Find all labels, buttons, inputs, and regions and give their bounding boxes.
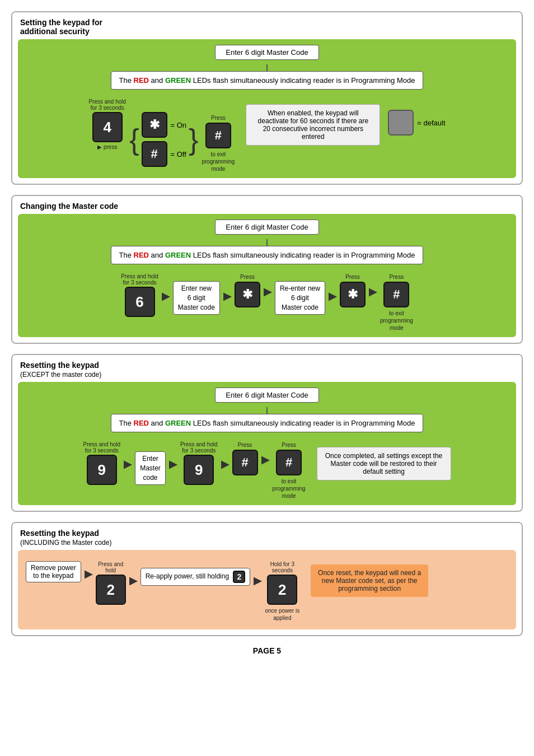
sec2-exit-label: to exit programming mode (380, 310, 413, 332)
connector1 (266, 64, 268, 71)
green-text-1: GREEN (165, 76, 191, 85)
section-change-master: Changing the Master code Enter 6 digit M… (11, 195, 523, 344)
reenter-label: Re-enter new 6 digit Master code (275, 281, 325, 315)
green-text-2: GREEN (165, 251, 191, 259)
arrow-s3-4: ▶ (261, 454, 269, 466)
star-1-btn: ✱ (235, 282, 260, 307)
remove-power-label: Remove power to the keypad (26, 561, 81, 582)
key-2-btn1: 2 (96, 575, 126, 605)
enter-new-label: Enter new 6 digit Master code (173, 281, 220, 315)
section4-subtitle: (INCLUDING the Master code) (20, 539, 111, 547)
section2-inner: Enter 6 digit Master Code The RED and GR… (24, 220, 510, 332)
section3-green: Enter 6 digit Master Code The RED and GR… (18, 382, 516, 505)
section4-orange: Remove power to the keypad ▶ Press and h… (18, 550, 516, 629)
section2-title: Changing the Master code (20, 202, 118, 211)
arrow-s3-2: ▶ (169, 458, 177, 470)
star-on-btn: ✱ (142, 112, 167, 138)
sec2-press3: Press (390, 273, 404, 281)
sec4-ph1: Press and hold 2 (96, 561, 126, 605)
sec3-result: Once completed, all settings except the … (317, 447, 451, 480)
press2-area: Press # to exit programming mode (202, 114, 235, 172)
section4-header: Resetting the keypad (INCLUDING the Mast… (12, 523, 522, 550)
enter-new-6: Enter new 6 digit Master code (173, 281, 220, 315)
page-number: PAGE 5 (11, 646, 523, 655)
enter-master-label: Enter Master code (135, 451, 166, 485)
section2-green: Enter 6 digit Master Code The RED and GR… (18, 214, 516, 337)
when-enabled-box: When enabled, the keypad will deactivate… (246, 104, 380, 146)
arrow-2: ▶ (223, 290, 231, 302)
section3-enter-code: Enter 6 digit Master Code (215, 388, 318, 403)
section3-inner: Enter 6 digit Master Code The RED and GR… (24, 388, 510, 500)
press-hold-label1: Press and hold for 3 seconds (88, 99, 126, 111)
hash-exit-btn: # (383, 282, 409, 307)
connector2 (266, 239, 268, 246)
hash-press-btn: # (205, 123, 231, 148)
section2-flow: Press and hold for 3 seconds 6 ▶ Enter n… (115, 273, 419, 332)
section1-title2: additional security (20, 27, 90, 36)
section3-subtitle: (EXCEPT the master code) (20, 371, 101, 379)
section2-enter-code: Enter 6 digit Master Code (215, 220, 318, 235)
green-text-3: GREEN (165, 419, 191, 427)
sec3-ph1: Press and hold for 3 seconds 9 (83, 441, 120, 485)
once-power-label: once power is applied (265, 607, 299, 622)
sec3-press2: Press (282, 441, 296, 449)
reapply-key2: 2 (233, 571, 245, 583)
enter-master-code: Enter Master code (135, 451, 166, 485)
sec2-star2: Press ✱ (340, 273, 366, 307)
arrow-4: ▶ (329, 290, 336, 302)
star-2-btn: ✱ (340, 282, 366, 307)
sec4-result: Once reset, the keypad will need a new M… (311, 564, 428, 597)
close-brace: } (189, 125, 198, 154)
sec3-ph2: Press and hold for 3 seconds 9 (180, 441, 218, 485)
connector3 (266, 407, 268, 414)
section1-enter-code: Enter 6 digit Master Code (215, 45, 318, 60)
key-4-btn: 4 (92, 112, 123, 142)
arrow-s4-1: ▶ (85, 568, 92, 580)
open-brace: { (129, 125, 139, 154)
sec4-result-box: Once reset, the keypad will need a new M… (311, 564, 428, 597)
section2-header: Changing the Master code (12, 196, 522, 214)
sec2-ph-label: Press and hold for 3 seconds (121, 273, 158, 286)
sec4-hold3s-label: Hold for 3 seconds (270, 561, 294, 573)
arrow-5: ▶ (369, 286, 377, 298)
on-off-col: ✱ = On # = Off (142, 112, 187, 167)
sec2-key6: Press and hold for 3 seconds 6 (121, 273, 158, 317)
sec3-ph2-label: Press and hold for 3 seconds (180, 441, 218, 454)
sec3-hash2: Press # to exit programming mode (273, 441, 306, 500)
section1-header: Setting the keypad for additional securi… (12, 12, 522, 39)
default-label: = default (417, 119, 445, 127)
sec4-ph2: Hold for 3 seconds 2 once power is appli… (265, 561, 299, 622)
arrow-s3-1: ▶ (124, 458, 132, 470)
section3-header: Resetting the keypad (EXCEPT the master … (12, 355, 522, 382)
reapply-box: Re-apply power, still holding 2 (140, 568, 251, 586)
remove-power-box: Remove power to the keypad (26, 561, 81, 582)
exit-label1: to exit programming mode (202, 151, 235, 172)
press2-label: Press (211, 114, 226, 122)
sec3-hash1: Press # (232, 441, 258, 475)
sec4-ph1-label: Press and hold (98, 561, 123, 573)
sec2-press1: Press (240, 273, 255, 281)
key-9-btn1: 9 (87, 455, 117, 485)
section1-green: Enter 6 digit Master Code The RED and GR… (18, 39, 516, 178)
section3-flow: Press and hold for 3 seconds 9 ▶ Enter M… (77, 441, 456, 500)
key-2-btn2: 2 (267, 575, 297, 605)
section1-flow: Press and hold for 3 seconds 4 ▶ press {… (83, 99, 451, 172)
off-label: = Off (171, 150, 186, 158)
section4-flow: Remove power to the keypad ▶ Press and h… (24, 561, 510, 622)
red-text-2: RED (134, 251, 149, 259)
when-enabled-desc: When enabled, the keypad will deactivate… (246, 104, 380, 146)
sec3-exit-label: to exit programming mode (273, 478, 306, 500)
section1-title: Setting the keypad for (20, 18, 102, 27)
arrow-1: ▶ (162, 290, 170, 302)
key-9-btn2: 9 (184, 455, 214, 485)
arrow-3: ▶ (264, 286, 271, 298)
press-label1: ▶ press (97, 143, 117, 151)
section1-inner: Enter 6 digit Master Code The RED and GR… (24, 45, 510, 172)
on-label: = On (171, 121, 187, 129)
brace-area: { ✱ = On # = Off } (129, 112, 198, 167)
section-reset-including: Resetting the keypad (INCLUDING the Mast… (11, 522, 523, 636)
arrow-s3-3: ▶ (221, 458, 229, 470)
on-row: ✱ = On (142, 112, 187, 138)
section4-title: Resetting the keypad (20, 529, 99, 538)
sec3-press1: Press (238, 441, 252, 449)
